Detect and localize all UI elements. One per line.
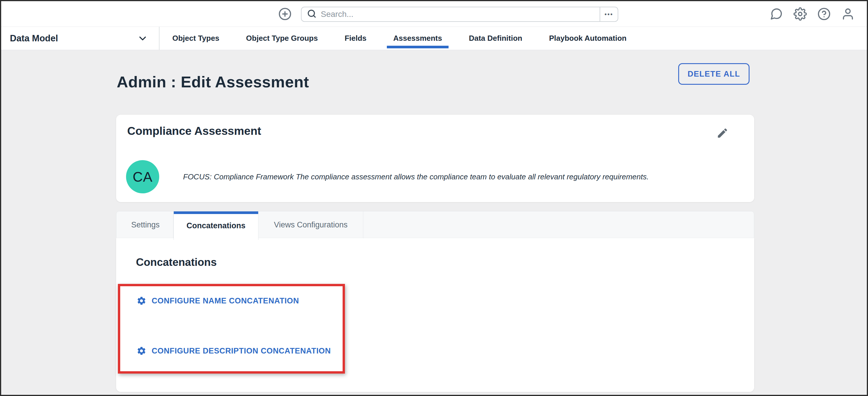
concatenations-panel: Concatenations CONFIGURE NAME CONCATENAT… bbox=[116, 238, 754, 392]
tab-concatenations[interactable]: Concatenations bbox=[174, 211, 258, 240]
help-icon bbox=[817, 7, 831, 21]
pencil-icon bbox=[716, 127, 728, 139]
search-options-button[interactable]: ••• bbox=[600, 7, 618, 21]
ellipsis-icon: ••• bbox=[604, 11, 613, 18]
edit-assessment-button[interactable] bbox=[716, 127, 728, 139]
chat-button[interactable] bbox=[770, 7, 783, 21]
nav-divider bbox=[159, 27, 159, 50]
tab-playbook-automation[interactable]: Playbook Automation bbox=[549, 27, 626, 50]
tab-object-type-groups[interactable]: Object Type Groups bbox=[246, 27, 318, 50]
assessment-tab-strip: Settings Concatenations Views Configurat… bbox=[116, 211, 754, 239]
settings-button[interactable] bbox=[794, 7, 807, 21]
nav-bar: Data Model Object Types Object Type Grou… bbox=[1, 27, 867, 50]
data-model-dropdown[interactable]: Data Model bbox=[10, 27, 148, 50]
top-bar: ••• bbox=[1, 1, 867, 27]
assessment-summary-card: Compliance Assessment CA FOCUS: Complian… bbox=[116, 115, 754, 202]
active-tab-indicator bbox=[387, 46, 448, 48]
help-button[interactable] bbox=[817, 7, 831, 21]
assessment-description: FOCUS: Compliance Framework The complian… bbox=[183, 172, 737, 181]
nav-tabs: Object Types Object Type Groups Fields A… bbox=[172, 27, 626, 50]
delete-all-button[interactable]: DELETE ALL bbox=[678, 63, 749, 85]
configure-name-concatenation-link[interactable]: CONFIGURE NAME CONCATENATION bbox=[136, 295, 299, 307]
search-icon bbox=[307, 9, 317, 20]
dropdown-label: Data Model bbox=[10, 33, 58, 44]
tab-fields[interactable]: Fields bbox=[345, 27, 367, 50]
tab-data-definition[interactable]: Data Definition bbox=[469, 27, 522, 50]
search-bar: ••• bbox=[301, 7, 618, 22]
top-icon-group bbox=[770, 7, 855, 21]
user-icon bbox=[841, 7, 855, 21]
chat-icon bbox=[770, 7, 783, 21]
assessment-name: Compliance Assessment bbox=[127, 125, 261, 138]
plus-circle-icon bbox=[278, 7, 292, 21]
tab-settings[interactable]: Settings bbox=[118, 211, 174, 238]
section-heading: Concatenations bbox=[136, 256, 217, 269]
create-new-button[interactable] bbox=[278, 7, 292, 21]
gear-icon bbox=[136, 296, 147, 306]
search-input[interactable] bbox=[317, 10, 600, 19]
gear-icon bbox=[136, 346, 147, 356]
chevron-down-icon bbox=[137, 33, 148, 44]
configure-description-concatenation-link[interactable]: CONFIGURE DESCRIPTION CONCATENATION bbox=[136, 345, 331, 357]
assessment-avatar: CA bbox=[126, 160, 159, 193]
tab-views-configurations[interactable]: Views Configurations bbox=[258, 211, 363, 238]
gear-icon bbox=[794, 7, 807, 21]
tab-object-types[interactable]: Object Types bbox=[172, 27, 219, 50]
tab-assessments[interactable]: Assessments bbox=[393, 27, 442, 50]
main-content: Admin : Edit Assessment DELETE ALL Compl… bbox=[1, 50, 867, 395]
page-title: Admin : Edit Assessment bbox=[117, 73, 309, 91]
app-window: ••• bbox=[0, 0, 868, 396]
user-button[interactable] bbox=[841, 7, 855, 21]
